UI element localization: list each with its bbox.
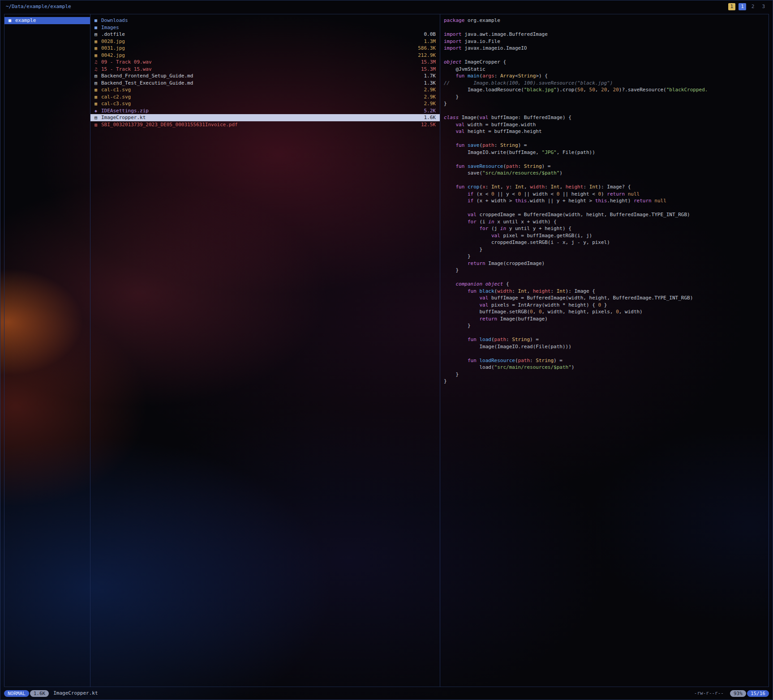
archive-icon: ◈ <box>94 107 101 115</box>
image-icon: ▦ <box>94 100 101 107</box>
file-row[interactable]: ♫15 - Track 15.wav15.3M <box>90 66 440 73</box>
code-line: Image(ImageIO.read(File(path))) <box>444 343 765 350</box>
status-filename: ImageCropper.kt <box>53 690 98 697</box>
file-row[interactable]: ▥SBI_0032013739_2023_DE05_0003155631Invo… <box>90 121 440 128</box>
code-line: import java.awt.image.BufferedImage <box>444 31 765 38</box>
file-row[interactable]: ▤Backend_Frontend_Setup_Guide.md1.7K <box>90 73 440 80</box>
file-row[interactable]: ▦cal-c3.svg2.9K <box>90 100 440 107</box>
code-line: if (x < 0 || y < 0 || width < 0 || heigh… <box>444 191 765 198</box>
file-row[interactable]: ▦0031.jpg586.3K <box>90 45 440 52</box>
file-row[interactable]: ♫09 - Track 09.wav15.3M <box>90 59 440 66</box>
code-line: save("src/main/resources/$path") <box>444 170 765 177</box>
parent-directory-pane[interactable]: ■example <box>4 14 90 687</box>
status-right-group: -rw-r--r-- 93% 15/16 <box>694 690 769 697</box>
top-bar: ~/Data/example/example 1123 <box>0 0 773 13</box>
file-row[interactable]: ◈IDEAsettings.zip5.2K <box>90 107 440 115</box>
file-name: 15 - Track 15.wav <box>101 66 417 73</box>
code-line: } <box>444 100 765 107</box>
file-name: SBI_0032013739_2023_DE05_0003155631Invoi… <box>101 121 417 128</box>
scroll-percent-badge: 93% <box>730 690 746 697</box>
code-line <box>444 156 765 163</box>
code-line <box>444 205 765 212</box>
current-path: ~/Data/example/example <box>6 3 71 10</box>
code-line: package org.example <box>444 17 765 24</box>
mode-badge: NORMAL <box>4 690 29 697</box>
code-line: @JvmStatic <box>444 66 765 73</box>
tab-4[interactable]: 3 <box>760 3 767 10</box>
code-line: // Image.black(100, 100).saveResource("b… <box>444 80 765 87</box>
code-line: val pixel = buffImage.getRGB(i, j) <box>444 232 765 239</box>
code-line: fun main(args: Array<String>) { <box>444 73 765 80</box>
terminal-window: ~/Data/example/example 1123 ■example ■Do… <box>0 0 773 700</box>
code-line: buffImage.setRGB(0, 0, width, height, pi… <box>444 308 765 316</box>
file-permissions: -rw-r--r-- <box>694 690 724 697</box>
code-line: fun black(width: Int, height: Int): Imag… <box>444 288 765 295</box>
image-icon: ▦ <box>94 86 101 94</box>
code-line: load("src/main/resources/$path") <box>444 364 765 371</box>
code-line: object ImageCropper { <box>444 59 765 66</box>
code-line: } <box>444 94 765 101</box>
file-size: 2.9K <box>424 100 436 107</box>
code-line: return Image(buffImage) <box>444 316 765 323</box>
file-name: ImageCropper.kt <box>101 114 421 121</box>
code-line <box>444 329 765 337</box>
file-row[interactable]: ▤Backend_Test_Execution_Guide.md1.3K <box>90 80 440 87</box>
file-size: 2.9K <box>424 94 436 101</box>
pane-container: ■example ■Downloads■Images▤.dotfile0.0B▦… <box>4 14 769 687</box>
file-row[interactable]: ■Downloads <box>90 17 440 24</box>
code-line <box>444 274 765 281</box>
code-line: croppedImage.setRGB(i - x, j - y, pixel) <box>444 239 765 246</box>
image-icon: ▦ <box>94 38 101 45</box>
code-line: ImageIO.write(buffImage, "JPG", File(pat… <box>444 149 765 156</box>
file-row[interactable]: ▦0028.jpg1.3M <box>90 38 440 45</box>
file-name: 0031.jpg <box>101 45 414 52</box>
file-name: example <box>15 17 82 24</box>
file-size: 15.3M <box>421 66 436 73</box>
file-row[interactable]: ▤.dotfile0.0B <box>90 31 440 38</box>
code-line: } <box>444 322 765 329</box>
code-line: fun saveResource(path: String) = <box>444 163 765 170</box>
tab-1[interactable]: 1 <box>728 3 736 10</box>
folder-icon: ■ <box>94 24 101 31</box>
tab-2[interactable]: 1 <box>739 3 746 10</box>
file-row[interactable]: ■Images <box>90 24 440 31</box>
file-name: cal-c1.svg <box>101 86 421 94</box>
file-preview-pane[interactable]: package org.example import java.awt.imag… <box>440 14 769 687</box>
image-icon: ▦ <box>94 45 101 52</box>
image-icon: ▦ <box>94 52 101 59</box>
code-icon: ▤ <box>94 114 101 121</box>
file-row[interactable]: ▦cal-c2.svg2.9K <box>90 94 440 101</box>
file-name: 09 - Track 09.wav <box>101 59 417 66</box>
code-line <box>444 350 765 357</box>
code-line <box>444 177 765 184</box>
code-line: import java.io.File <box>444 38 765 45</box>
image-icon: ▦ <box>94 94 101 101</box>
file-name: Downloads <box>101 17 432 24</box>
tab-3[interactable]: 2 <box>749 3 757 10</box>
file-row[interactable]: ▤ImageCropper.kt1.6K <box>90 114 440 121</box>
code-line: val buffImage = BufferedImage(width, hei… <box>444 295 765 302</box>
file-size: 1.7K <box>424 73 436 80</box>
file-size: 1.3M <box>424 38 436 45</box>
code-line: companion object { <box>444 281 765 288</box>
file-row[interactable]: ■example <box>4 17 90 24</box>
doc-icon: ▤ <box>94 73 101 80</box>
audio-icon: ♫ <box>94 66 101 73</box>
file-name: cal-c3.svg <box>101 100 421 107</box>
file-name: cal-c2.svg <box>101 94 421 101</box>
code-line: class Image(val buffImage: BufferedImage… <box>444 114 765 121</box>
folder-icon: ■ <box>9 17 15 24</box>
code-line: fun load(path: String) = <box>444 336 765 343</box>
code-line: } <box>444 371 765 378</box>
code-line: if (x + width > this.width || y + height… <box>444 197 765 205</box>
code-line: for (i in x until x + width) { <box>444 218 765 226</box>
file-size: 212.9K <box>418 52 436 59</box>
code-line: import javax.imageio.ImageIO <box>444 45 765 52</box>
file-list-pane[interactable]: ■Downloads■Images▤.dotfile0.0B▦0028.jpg1… <box>90 14 440 687</box>
code-line <box>444 135 765 142</box>
file-row[interactable]: ▦0042.jpg212.9K <box>90 52 440 59</box>
file-size: 1.3K <box>424 80 436 87</box>
file-size: 2.9K <box>424 86 436 94</box>
file-name: 0028.jpg <box>101 38 421 45</box>
file-row[interactable]: ▦cal-c1.svg2.9K <box>90 86 440 94</box>
